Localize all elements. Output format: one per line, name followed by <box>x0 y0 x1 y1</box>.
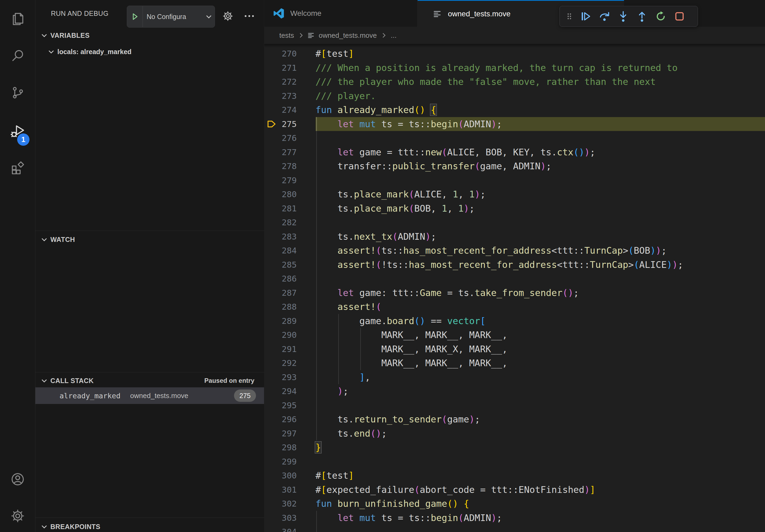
line-number[interactable]: 297 <box>264 426 316 441</box>
code-line[interactable]: 271/// When a position is already marked… <box>264 61 765 75</box>
code-line[interactable]: 294 ); <box>264 384 765 398</box>
code-line[interactable]: 300#[test] <box>264 468 765 483</box>
code-line[interactable]: 274fun already_marked() { <box>264 103 765 117</box>
gutter[interactable]: 285 <box>264 258 316 272</box>
gutter[interactable]: 286 <box>264 272 316 286</box>
code-line[interactable]: 275 let mut ts = ts::begin(ADMIN); <box>264 117 765 131</box>
gutter[interactable]: 276 <box>264 131 316 145</box>
code-line[interactable]: 295 <box>264 398 765 412</box>
gutter[interactable]: 290 <box>264 328 316 342</box>
line-number[interactable]: 281 <box>264 201 316 216</box>
code-line[interactable]: 304 <box>264 525 765 532</box>
line-number[interactable]: 276 <box>264 131 316 145</box>
code-line[interactable]: 301#[expected_failure(abort_code = ttt::… <box>264 483 765 497</box>
section-call-stack[interactable]: CALL STACK Paused on entry <box>35 373 264 388</box>
code-line[interactable]: 277 let game = ttt::new(ALICE, BOB, KEY,… <box>264 145 765 159</box>
line-number[interactable]: 295 <box>264 398 316 412</box>
gutter[interactable]: 297 <box>264 426 316 441</box>
tab-welcome[interactable]: Welcome <box>264 0 417 27</box>
gutter[interactable]: 274 <box>264 103 316 117</box>
gutter[interactable]: 277 <box>264 145 316 159</box>
gutter[interactable]: 298 <box>264 440 316 454</box>
sidebar-item-source-control[interactable] <box>0 78 35 108</box>
line-number[interactable]: 293 <box>264 370 316 385</box>
line-number[interactable]: 299 <box>264 454 316 469</box>
start-debug-button[interactable] <box>127 6 143 27</box>
gutter[interactable]: 288 <box>264 300 316 314</box>
gutter[interactable]: 275 <box>264 117 316 131</box>
code-line[interactable]: 297 ts.end(); <box>264 426 765 441</box>
debug-config-dropdown[interactable]: No Configura <box>127 6 215 28</box>
line-number[interactable]: 288 <box>264 300 316 314</box>
breadcrumb-symbol[interactable]: ... <box>391 31 397 40</box>
step-into-button[interactable] <box>614 8 633 25</box>
code-text[interactable]: /// the player who made the "false" move… <box>316 75 765 89</box>
line-number[interactable]: 284 <box>264 243 316 258</box>
code-text[interactable] <box>316 525 765 532</box>
code-text[interactable]: MARK__, MARK__, MARK__, <box>316 356 765 370</box>
line-number[interactable]: 289 <box>264 314 316 328</box>
code-line[interactable]: 285 assert!(!ts::has_most_recent_for_add… <box>264 258 765 272</box>
code-line[interactable]: 292 MARK__, MARK__, MARK__, <box>264 356 765 370</box>
line-number[interactable]: 287 <box>264 286 316 300</box>
continue-button[interactable] <box>576 8 595 25</box>
code-line[interactable]: 296 ts.return_to_sender(game); <box>264 412 765 426</box>
code-line[interactable]: 270#[test] <box>264 47 765 61</box>
sidebar-item-extensions[interactable] <box>0 153 35 183</box>
code-text[interactable]: fun burn_unfinished_game() { <box>316 497 765 511</box>
code-text[interactable]: fun already_marked() { <box>316 103 765 117</box>
line-number[interactable]: 304 <box>264 525 316 532</box>
code-text[interactable]: ts.next_tx(ADMIN); <box>316 230 765 244</box>
variables-scope-locals[interactable]: locals: already_marked <box>35 44 264 60</box>
restart-button[interactable] <box>651 8 670 25</box>
line-number[interactable]: 270 <box>264 47 316 61</box>
gutter[interactable]: 271 <box>264 61 316 75</box>
line-number[interactable]: 292 <box>264 356 316 370</box>
gutter[interactable]: 280 <box>264 187 316 201</box>
gutter[interactable]: 296 <box>264 412 316 426</box>
gutter[interactable]: 287 <box>264 286 316 300</box>
sidebar-item-explorer[interactable] <box>0 4 35 34</box>
code-line[interactable]: 282 <box>264 215 765 230</box>
code-text[interactable]: ); <box>316 384 765 398</box>
line-number[interactable]: 273 <box>264 89 316 103</box>
code-line[interactable]: 299 <box>264 454 765 469</box>
line-number[interactable]: 291 <box>264 342 316 356</box>
line-number[interactable]: 302 <box>264 497 316 511</box>
gutter[interactable]: 282 <box>264 215 316 230</box>
code-text[interactable]: #[test] <box>316 468 765 483</box>
line-number[interactable]: 294 <box>264 384 316 398</box>
code-line[interactable]: 289 game.board() == vector[ <box>264 314 765 328</box>
gutter[interactable]: 270 <box>264 47 316 61</box>
code-line[interactable]: 283 ts.next_tx(ADMIN); <box>264 230 765 244</box>
line-number[interactable]: 303 <box>264 511 316 525</box>
gutter[interactable]: 272 <box>264 75 316 89</box>
gutter[interactable]: 302 <box>264 497 316 511</box>
code-line[interactable]: 276 <box>264 131 765 145</box>
line-number[interactable]: 279 <box>264 173 316 187</box>
code-text[interactable]: let mut ts = ts::begin(ADMIN); <box>316 511 765 525</box>
code-text[interactable] <box>316 131 765 145</box>
code-text[interactable]: #[test] <box>316 47 765 61</box>
more-actions-button[interactable] <box>239 8 260 24</box>
code-text[interactable] <box>316 398 765 412</box>
code-line[interactable]: 298} <box>264 440 765 454</box>
gutter[interactable]: 279 <box>264 173 316 187</box>
gutter[interactable]: 301 <box>264 483 316 497</box>
code-text[interactable]: ts.place_mark(ALICE, 1, 1); <box>316 187 765 201</box>
line-number[interactable]: 278 <box>264 159 316 173</box>
code-text[interactable]: ], <box>316 370 765 385</box>
line-number[interactable]: 280 <box>264 187 316 201</box>
code-text[interactable]: /// When a position is already marked, t… <box>316 61 765 75</box>
code-text[interactable]: ts.place_mark(BOB, 1, 1); <box>316 201 765 216</box>
code-text[interactable]: game.board() == vector[ <box>316 314 765 328</box>
code-text[interactable]: } <box>316 440 765 454</box>
gutter[interactable]: 281 <box>264 201 316 216</box>
gutter[interactable]: 284 <box>264 243 316 258</box>
code-text[interactable]: MARK__, MARK__, MARK__, <box>316 328 765 342</box>
code-line[interactable]: 279 <box>264 173 765 187</box>
code-line[interactable]: 284 assert!(ts::has_most_recent_for_addr… <box>264 243 765 258</box>
section-variables[interactable]: VARIABLES <box>35 28 264 43</box>
code-text[interactable]: MARK__, MARK_X, MARK__, <box>316 342 765 356</box>
gutter[interactable]: 300 <box>264 468 316 483</box>
